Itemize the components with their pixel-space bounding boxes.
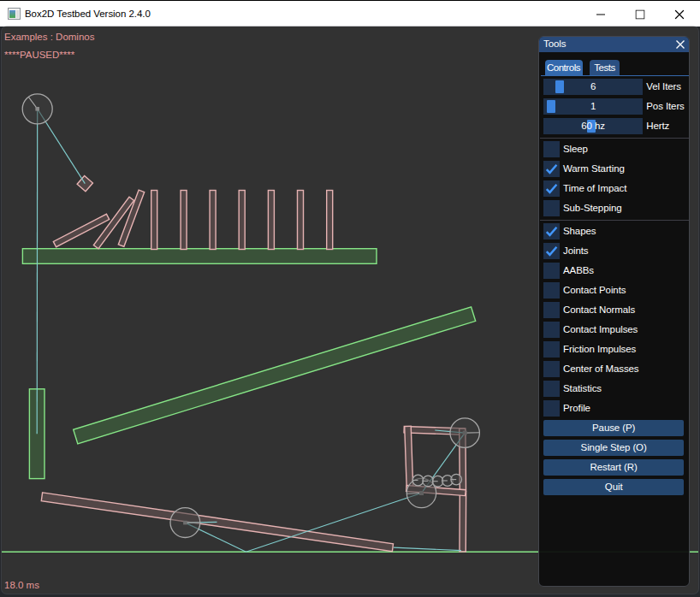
anchor-dot-framebot	[419, 491, 424, 495]
checkbox-label: Sub-Stepping	[563, 200, 622, 216]
check-icon	[543, 223, 560, 239]
slider-value: 6	[590, 81, 596, 92]
seesaw-plank	[41, 493, 393, 552]
maximize-icon	[636, 9, 645, 19]
slider-label: Pos Iters	[646, 98, 684, 115]
tools-close-button[interactable]	[674, 38, 686, 50]
close-button[interactable]	[660, 1, 699, 27]
checkbox-unchecked-box[interactable]	[543, 341, 560, 358]
domino-4	[239, 191, 245, 250]
checkbox-label: Statistics	[563, 381, 602, 397]
checkbox-label: Warm Starting	[563, 161, 625, 177]
close-icon	[675, 9, 685, 19]
minimize-button[interactable]	[581, 1, 620, 27]
slider-pos-iters[interactable]: 1	[543, 98, 643, 115]
checkbox-label: Center of Masses	[563, 361, 639, 377]
checkbox-checked-box[interactable]	[543, 243, 560, 259]
checkbox-label: Time of Impact	[563, 180, 626, 197]
domino-6	[298, 191, 304, 250]
checkbox-label: Contact Points	[563, 282, 626, 298]
check-icon	[543, 161, 560, 177]
domino-7	[327, 191, 333, 250]
tab-underline	[541, 75, 689, 76]
tab-controls[interactable]: Controls	[545, 60, 583, 75]
anchor-dot-frametop	[463, 431, 467, 435]
slider-hertz[interactable]: 60 hz	[543, 118, 643, 134]
slider-value: 60 hz	[581, 121, 605, 131]
app-window-icon	[8, 8, 21, 20]
frame-time-text: 18.0 ms	[4, 579, 39, 591]
checkbox-label: Friction Impulses	[563, 341, 636, 358]
slider-grab[interactable]	[555, 80, 564, 93]
checkbox-label: Shapes	[563, 223, 596, 239]
slider-label: Vel Iters	[646, 79, 681, 95]
checkbox-label: Joints	[563, 243, 588, 259]
check-icon	[543, 243, 560, 259]
domino-1	[151, 191, 157, 250]
checkbox-unchecked-box[interactable]	[543, 302, 560, 318]
minimize-icon	[596, 9, 606, 19]
tab-bar: ControlsTests	[539, 60, 689, 75]
button-restart-r[interactable]: Restart (R)	[543, 459, 684, 476]
check-icon	[543, 180, 560, 197]
checkbox-unchecked-box[interactable]	[543, 200, 560, 216]
tab-tests[interactable]: Tests	[590, 60, 620, 75]
checkbox-label: Sleep	[563, 141, 588, 157]
anchor-dot-pendulum	[35, 107, 39, 111]
checkbox-unchecked-box[interactable]	[543, 263, 560, 279]
checkbox-label: Contact Impulses	[563, 322, 638, 338]
frame-leg	[460, 492, 466, 553]
tools-panel-title: Tools	[543, 37, 566, 52]
button-quit[interactable]: Quit	[543, 479, 684, 495]
slider-vel-iters[interactable]: 6	[543, 79, 643, 95]
domino-5	[268, 191, 274, 250]
checkbox-unchecked-box[interactable]	[543, 141, 560, 157]
tools-panel-titlebar[interactable]: Tools	[539, 37, 689, 52]
checkbox-checked-box[interactable]	[543, 180, 560, 197]
joint-plank-to-leg	[394, 547, 461, 550]
checkbox-unchecked-box[interactable]	[543, 322, 560, 338]
window-title: Box2D Testbed Version 2.4.0	[25, 1, 151, 27]
checkbox-checked-box[interactable]	[543, 223, 560, 239]
paused-status-text: ****PAUSED****	[4, 49, 74, 61]
close-icon	[676, 40, 685, 49]
domino-3	[210, 191, 216, 250]
app-icon-content	[9, 10, 15, 18]
slider-value: 1	[590, 101, 596, 111]
checkbox-unchecked-box[interactable]	[543, 361, 560, 377]
separator	[540, 220, 689, 221]
button-single-step-o[interactable]: Single Step (O)	[543, 440, 684, 456]
app-icon-strip	[16, 10, 19, 18]
joint-anchor-to-post	[37, 109, 38, 434]
domino-2	[181, 191, 187, 250]
example-title-text: Examples : Dominos	[4, 31, 94, 43]
checkbox-unchecked-box[interactable]	[543, 400, 560, 417]
separator	[540, 138, 689, 139]
checkbox-checked-box[interactable]	[543, 161, 560, 177]
button-pause-p[interactable]: Pause (P)	[543, 420, 684, 436]
tilted-plank	[74, 307, 476, 444]
maximize-button[interactable]	[620, 1, 660, 27]
anchor-dot-pivot	[183, 521, 187, 525]
slider-label: Hertz	[646, 118, 669, 134]
tools-panel: Tools ControlsTests 6Vel Iters1Pos Iters…	[538, 36, 690, 588]
os-titlebar: Box2D Testbed Version 2.4.0	[0, 0, 700, 27]
checkbox-label: Contact Normals	[563, 302, 635, 318]
checkbox-label: AABBs	[563, 263, 594, 279]
checkbox-unchecked-box[interactable]	[543, 282, 560, 298]
slider-grab[interactable]	[547, 100, 555, 113]
checkbox-unchecked-box[interactable]	[543, 381, 560, 397]
domino-platform	[22, 249, 377, 264]
checkbox-label: Profile	[563, 400, 590, 417]
